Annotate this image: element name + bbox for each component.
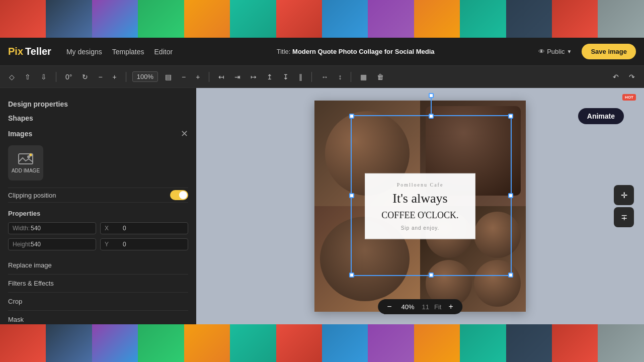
group-icon[interactable]: ▦ bbox=[357, 71, 370, 83]
move-down-icon[interactable]: ⇩ bbox=[38, 71, 50, 83]
banner-img-14 bbox=[598, 0, 643, 38]
align-top-icon[interactable]: ↥ bbox=[264, 71, 276, 83]
bottom-banner-img-13 bbox=[552, 324, 598, 362]
bottom-banner-img-12 bbox=[506, 324, 552, 362]
shapes-label: Shapes bbox=[8, 114, 188, 122]
mini-cup-2 bbox=[474, 212, 521, 258]
zoom-plus-icon[interactable]: + bbox=[193, 71, 203, 83]
coffee-tagline: Sip and enjoy. bbox=[377, 225, 463, 230]
selection-handle-top-center[interactable] bbox=[429, 93, 434, 98]
zoom-out-button[interactable]: − bbox=[385, 302, 393, 311]
y-field: Y bbox=[100, 238, 188, 250]
save-image-button[interactable]: Save image bbox=[582, 44, 636, 59]
right-tools: ✛ ∓ bbox=[614, 185, 634, 227]
nav-my-designs[interactable]: My designs bbox=[66, 48, 102, 56]
x-input[interactable] bbox=[123, 225, 184, 232]
visibility-icon: 👁 bbox=[538, 48, 545, 55]
zoom-grid-icon[interactable]: ▤ bbox=[162, 71, 175, 83]
banner-img-12 bbox=[506, 0, 552, 38]
banner-img-6 bbox=[230, 0, 276, 38]
separator-4 bbox=[311, 72, 312, 82]
mini-cup-4 bbox=[474, 260, 521, 307]
zoom-minus-icon[interactable]: − bbox=[179, 71, 189, 83]
banner-img-8 bbox=[322, 0, 368, 38]
main-area: Design properties Shapes Images ✕ ADD IM… bbox=[0, 88, 644, 324]
editor-container: PixTeller My designs Templates Editor Ti… bbox=[0, 38, 644, 324]
rotate-icon[interactable]: ↻ bbox=[79, 71, 91, 83]
left-panel: Design properties Shapes Images ✕ ADD IM… bbox=[0, 88, 196, 324]
coffee-heading-line2: COFFEE O'CLOCK. bbox=[377, 210, 463, 221]
distribute-icon[interactable]: ∥ bbox=[296, 71, 305, 83]
undo-icon[interactable]: ↶ bbox=[610, 71, 622, 83]
delete-icon[interactable]: 🗑 bbox=[374, 71, 387, 83]
design-canvas[interactable]: Pomlloenu Cafe It's always COFFEE O'CLOC… bbox=[314, 101, 526, 312]
align-left-icon[interactable]: ↤ bbox=[215, 71, 227, 83]
separator-2 bbox=[126, 72, 126, 82]
banner-img-4 bbox=[138, 0, 184, 38]
cafe-name: Pomlloenu Cafe bbox=[377, 182, 463, 188]
width-input[interactable] bbox=[31, 225, 92, 232]
bottom-banner-img-8 bbox=[322, 324, 368, 362]
bottom-banner-img-7 bbox=[276, 324, 322, 362]
height-field: Height: bbox=[8, 238, 96, 250]
bottom-banner-img-11 bbox=[460, 324, 506, 362]
text-overlay[interactable]: Pomlloenu Cafe It's always COFFEE O'CLOC… bbox=[365, 173, 475, 239]
flip-h-icon[interactable]: ↔ bbox=[318, 71, 331, 83]
banner-img-10 bbox=[414, 0, 460, 38]
flip-v-icon[interactable]: ↕ bbox=[335, 71, 345, 83]
bottom-banner-img-14 bbox=[598, 324, 643, 362]
align-right-icon[interactable]: ↦ bbox=[248, 71, 260, 83]
layer-up-button[interactable]: ✛ bbox=[614, 185, 634, 205]
align-center-icon[interactable]: ⇥ bbox=[231, 71, 244, 83]
mask-button[interactable]: Mask bbox=[8, 311, 188, 324]
nav-templates[interactable]: Templates bbox=[112, 48, 144, 56]
visibility-label: Public bbox=[547, 48, 565, 55]
banner-img-1 bbox=[0, 0, 46, 38]
canvas-area[interactable]: Animate HOT bbox=[196, 88, 644, 324]
add-image-text: ADD IMAGE bbox=[12, 168, 40, 173]
clipping-toggle[interactable] bbox=[170, 190, 188, 200]
width-label: Width: bbox=[13, 225, 28, 232]
add-image-button[interactable]: ADD IMAGE bbox=[8, 145, 43, 180]
plus-icon[interactable]: + bbox=[110, 71, 120, 83]
toggle-knob bbox=[179, 191, 187, 199]
bottom-banner-img-2 bbox=[46, 324, 92, 362]
bottom-banner-img-10 bbox=[414, 324, 460, 362]
layer-icon[interactable]: ◇ bbox=[6, 71, 18, 83]
redo-icon[interactable]: ↷ bbox=[626, 71, 638, 83]
zoom-in-button[interactable]: + bbox=[446, 302, 455, 311]
layer-down-button[interactable]: ∓ bbox=[614, 207, 634, 227]
visibility-toggle[interactable]: 👁 Public ▼ bbox=[538, 48, 572, 55]
height-label: Height: bbox=[13, 241, 28, 248]
y-label: Y bbox=[105, 241, 120, 248]
align-bottom-icon[interactable]: ↧ bbox=[280, 71, 292, 83]
nav-editor[interactable]: Editor bbox=[154, 48, 173, 56]
separator-1 bbox=[56, 72, 56, 82]
animate-button[interactable]: Animate bbox=[578, 108, 624, 124]
hot-badge: HOT bbox=[622, 94, 636, 101]
chevron-down-icon: ▼ bbox=[567, 49, 572, 54]
separator-3 bbox=[209, 72, 209, 82]
title-value[interactable]: Modern Quote Photo Collage for Social Me… bbox=[292, 48, 434, 55]
header: PixTeller My designs Templates Editor Ti… bbox=[0, 38, 644, 66]
title-area: Title: Modern Quote Photo Collage for So… bbox=[183, 48, 528, 55]
banner-img-13 bbox=[552, 0, 598, 38]
replace-image-button[interactable]: Replace image bbox=[8, 256, 188, 275]
width-field: Width: bbox=[8, 222, 96, 234]
banner-img-7 bbox=[276, 0, 322, 38]
y-input[interactable] bbox=[123, 241, 184, 248]
move-up-icon[interactable]: ⇧ bbox=[22, 71, 34, 83]
x-field: X bbox=[100, 222, 188, 234]
minus-icon[interactable]: − bbox=[95, 71, 105, 83]
banner-img-9 bbox=[368, 0, 414, 38]
logo-teller: Teller bbox=[25, 46, 51, 57]
images-close-button[interactable]: ✕ bbox=[181, 128, 188, 139]
clipping-label: Clipping position bbox=[8, 192, 56, 199]
filters-effects-button[interactable]: Filters & Effects bbox=[8, 275, 188, 293]
images-label: Images bbox=[8, 130, 32, 138]
crop-button[interactable]: Crop bbox=[8, 293, 188, 311]
zoom-fit[interactable]: Fit bbox=[434, 303, 441, 311]
height-input[interactable] bbox=[31, 241, 92, 248]
properties-title: Properties bbox=[8, 210, 188, 217]
bottom-banner-img-9 bbox=[368, 324, 414, 362]
